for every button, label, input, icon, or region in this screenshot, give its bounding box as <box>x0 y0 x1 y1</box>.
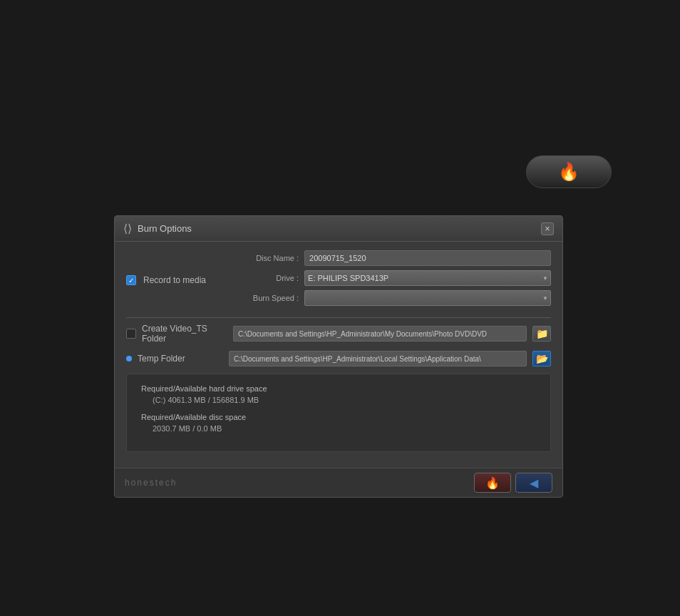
drive-label: Drive : <box>235 274 299 282</box>
create-video-ts-browse-button[interactable]: 📁 <box>532 326 551 342</box>
burn-options-dialog: ⟨⟩ Burn Options × Record to media Disc N… <box>114 215 563 498</box>
close-button[interactable]: × <box>541 222 554 235</box>
flame-launcher-button[interactable]: 🔥 <box>526 155 612 188</box>
dialog-footer: honestech 🔥 ◀ <box>115 468 562 497</box>
disc-space-title: Required/Available disc space <box>141 413 536 421</box>
temp-folder-row: Temp Folder 📂 <box>126 351 551 366</box>
burn-speed-row: Burn Speed : ▼ <box>235 290 551 306</box>
logo-icon: ⟨⟩ <box>123 222 132 235</box>
temp-folder-path-input[interactable] <box>229 351 527 366</box>
divider-1 <box>126 317 551 318</box>
brand-label: honestech <box>125 478 177 488</box>
burn-icon: 🔥 <box>485 476 500 490</box>
record-to-media-row: Record to media Disc Name : Drive : E: P… <box>126 250 551 310</box>
dialog-logo: ⟨⟩ <box>123 222 132 235</box>
disc-name-label: Disc Name : <box>235 254 299 262</box>
temp-folder-indicator <box>126 356 132 361</box>
back-arrow-icon: ◀ <box>530 476 538 490</box>
burn-speed-label: Burn Speed : <box>235 294 299 302</box>
temp-folder-label: Temp Folder <box>138 354 223 364</box>
burn-button[interactable]: 🔥 <box>474 473 511 493</box>
disc-space-value: 2030.7 MB / 0.0 MB <box>141 424 536 433</box>
folder-blue-icon: 📂 <box>536 353 548 364</box>
dialog-titlebar: ⟨⟩ Burn Options × <box>115 216 562 242</box>
burn-speed-select[interactable] <box>304 290 551 306</box>
disc-name-row: Disc Name : <box>235 250 551 266</box>
burn-speed-select-wrapper: ▼ <box>304 290 551 306</box>
folder-open-icon: 📁 <box>536 328 548 339</box>
fields-group: Disc Name : Drive : E: PHILIPS SPD3413P … <box>235 250 551 310</box>
drive-row: Drive : E: PHILIPS SPD3413P ▼ <box>235 270 551 286</box>
dialog-title: Burn Options <box>138 223 192 234</box>
temp-folder-browse-button[interactable]: 📂 <box>532 351 551 366</box>
create-video-ts-row: Create Video_TS Folder 📁 <box>126 324 551 344</box>
create-video-ts-path-input[interactable] <box>233 326 527 342</box>
record-to-media-label: Record to media <box>143 275 206 285</box>
dialog-title-left: ⟨⟩ Burn Options <box>123 222 192 235</box>
create-video-ts-label: Create Video_TS Folder <box>142 324 227 344</box>
back-button[interactable]: ◀ <box>515 473 552 493</box>
drive-select[interactable]: E: PHILIPS SPD3413P <box>304 270 551 286</box>
info-section: Required/Available hard drive space (C:)… <box>126 374 551 452</box>
create-video-ts-checkbox[interactable] <box>126 329 136 339</box>
flame-icon: 🔥 <box>558 162 579 182</box>
hard-drive-space-title: Required/Available hard drive space <box>141 384 536 393</box>
dialog-body: Record to media Disc Name : Drive : E: P… <box>115 242 562 468</box>
drive-select-wrapper: E: PHILIPS SPD3413P ▼ <box>304 270 551 286</box>
record-to-media-checkbox[interactable] <box>126 275 136 285</box>
disc-name-input[interactable] <box>304 250 551 266</box>
footer-buttons: 🔥 ◀ <box>474 473 552 493</box>
hard-drive-space-value: (C:) 4061.3 MB / 156881.9 MB <box>141 396 536 404</box>
